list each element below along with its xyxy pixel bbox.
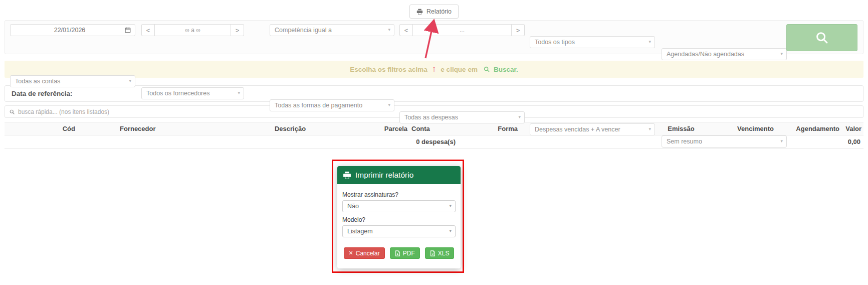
annotation-highlight-box: Imprimir relatório Mostrar assinaturas? … [332, 160, 464, 273]
col-header-valor[interactable]: Valor [841, 122, 863, 135]
search-button[interactable] [786, 24, 857, 51]
date-filter[interactable]: 22/01/2026 [10, 24, 135, 36]
chevron-left-icon: < [146, 27, 150, 34]
chevron-down-icon [648, 39, 651, 44]
formas-pagamento-select-value: Todas as formas de pagamento [275, 102, 362, 109]
col-header-conta[interactable]: Conta [409, 122, 488, 135]
filters-panel: 22/01/2026 < ∞ a ∞ > Competência igual a… [5, 20, 863, 54]
signatures-label: Mostrar assinaturas? [342, 191, 456, 198]
tipos-select-value: Todos os tipos [535, 39, 575, 46]
xls-file-icon [430, 250, 436, 256]
printer-icon [343, 171, 351, 180]
range2-value[interactable]: ... [412, 24, 512, 36]
vencidas-select[interactable]: Despesas vencidas + A vencer [530, 123, 655, 135]
print-report-modal: Imprimir relatório Mostrar assinaturas? … [337, 166, 461, 268]
report-button-row: Relatório [0, 0, 868, 19]
search-icon [9, 109, 15, 115]
printer-icon [416, 9, 423, 15]
hint-text-1: Escolha os filtros acima [350, 66, 427, 73]
table-header-row: Cód Fornecedor Descrição Parcela Conta F… [5, 122, 863, 135]
col-header-emissao[interactable]: Emissão [645, 122, 717, 135]
range1-next-button[interactable]: > [231, 24, 244, 36]
xls-button[interactable]: XLS [425, 247, 455, 259]
search-icon [483, 66, 490, 73]
col-header-fornecedor[interactable]: Fornecedor [77, 122, 215, 135]
fornecedores-select-value: Todos os fornecedores [146, 90, 209, 97]
hint-buscar-link[interactable]: Buscar. [494, 66, 518, 73]
chevron-down-icon [129, 78, 131, 83]
reference-date-label: Data de referência: [12, 90, 73, 97]
fornecedores-select[interactable]: Todos os fornecedores [141, 87, 244, 99]
modal-header: Imprimir relatório [337, 166, 461, 184]
chevron-down-icon [388, 102, 390, 107]
date-filter-value: 22/01/2026 [15, 27, 125, 34]
chevron-down-icon [780, 138, 783, 144]
chevron-left-icon: < [404, 27, 408, 34]
contas-select-value: Todas as contas [15, 78, 60, 85]
chevron-down-icon [388, 27, 390, 32]
model-select[interactable]: Listagem [342, 225, 456, 237]
up-arrow-icon: ↑ [432, 64, 437, 74]
chevron-right-icon: > [236, 27, 240, 34]
cancel-button-label: Cancelar [356, 250, 380, 257]
model-label: Modelo? [342, 216, 456, 223]
col-header-vencimento[interactable]: Vencimento [717, 122, 794, 135]
model-select-value: Listagem [347, 228, 373, 235]
chevron-down-icon [449, 203, 452, 208]
tipos-select[interactable]: Todos os tipos [530, 36, 655, 48]
chevron-down-icon [238, 90, 240, 95]
chevron-down-icon [518, 114, 521, 119]
chevron-right-icon: > [516, 27, 520, 34]
agendadas-select-value: Agendadas/Não agendadas [667, 51, 744, 58]
x-icon: ✕ [349, 250, 353, 256]
cancel-button[interactable]: ✕ Cancelar [344, 247, 385, 259]
col-header-cod[interactable]: Cód [5, 122, 77, 135]
signatures-select[interactable]: Não [342, 200, 456, 212]
vencidas-select-value: Despesas vencidas + A vencer [535, 126, 620, 133]
search-icon [814, 30, 829, 45]
agendadas-select[interactable]: Agendadas/Não agendadas [662, 48, 787, 60]
pdf-file-icon [395, 250, 400, 256]
despesas-select[interactable]: Todas as despesas [399, 111, 525, 123]
competencia-select[interactable]: Competência igual a [270, 24, 394, 36]
despesas-select-value: Todas as despesas [404, 114, 458, 121]
calendar-icon [125, 27, 131, 33]
competencia-range-group: < ∞ a ∞ > [141, 24, 244, 36]
summary-count: 0 despesa(s) [5, 135, 488, 149]
contas-select[interactable]: Todas as contas [10, 75, 135, 87]
xls-button-label: XLS [438, 250, 450, 257]
period-range-group: < ... > [399, 24, 525, 36]
modal-body: Mostrar assinaturas? Não Modelo? Listage… [337, 184, 461, 267]
col-header-parcela[interactable]: Parcela [365, 122, 409, 135]
range1-prev-button[interactable]: < [141, 24, 154, 36]
resumo-select-value: Sem resumo [667, 138, 702, 145]
formas-pagamento-select[interactable]: Todas as formas de pagamento [270, 99, 394, 111]
report-button-label: Relatório [426, 8, 452, 15]
range2-next-button[interactable]: > [512, 24, 525, 36]
resumo-select[interactable]: Sem resumo [662, 135, 787, 148]
col-header-agendamento[interactable]: Agendamento [794, 122, 841, 135]
pdf-button[interactable]: PDF [390, 247, 420, 259]
chevron-down-icon [449, 228, 452, 233]
chevron-down-icon [648, 126, 651, 131]
competencia-select-value: Competência igual a [275, 27, 332, 34]
hint-text-2: e clique em [441, 66, 478, 73]
pdf-button-label: PDF [403, 250, 415, 257]
chevron-down-icon [780, 51, 783, 56]
reference-date-header: Data de referência: [5, 85, 863, 102]
range2-prev-button[interactable]: < [399, 24, 412, 36]
modal-title: Imprimir relatório [355, 171, 413, 180]
col-header-forma[interactable]: Forma [488, 122, 520, 135]
signatures-select-value: Não [347, 203, 359, 210]
report-button[interactable]: Relatório [409, 5, 459, 19]
range1-value[interactable]: ∞ a ∞ [154, 24, 231, 36]
col-header-descricao[interactable]: Descrição [215, 122, 365, 135]
